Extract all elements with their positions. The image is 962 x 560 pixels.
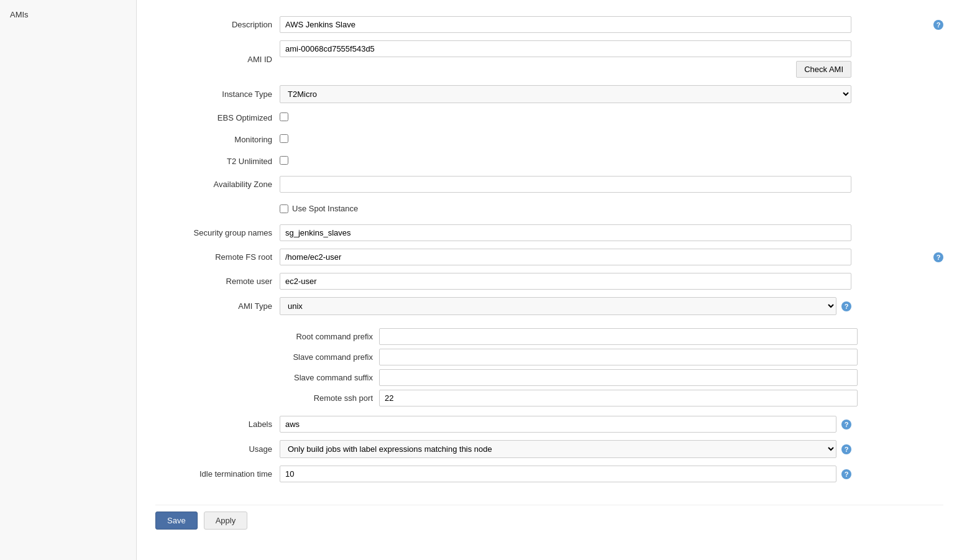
ebs-optimized-label: EBS Optimized [155, 107, 280, 129]
root-command-prefix-label: Root command prefix [280, 326, 379, 347]
remote-fs-root-help-icon[interactable]: ? [933, 252, 943, 262]
remote-fs-root-label: Remote FS root [155, 245, 280, 269]
use-spot-instance-label: Use Spot Instance [292, 204, 358, 213]
labels-input[interactable] [280, 416, 836, 433]
idle-termination-label: Idle termination time [155, 462, 280, 486]
security-group-input[interactable] [280, 224, 851, 241]
remote-ssh-port-input[interactable] [379, 390, 858, 406]
security-group-label: Security group names [155, 221, 280, 245]
monitoring-label: Monitoring [155, 129, 280, 150]
t2-unlimited-checkbox[interactable] [280, 156, 288, 165]
use-spot-label-spacer [155, 196, 280, 221]
ebs-optimized-checkbox[interactable] [280, 112, 288, 121]
availability-zone-label: Availability Zone [155, 172, 280, 196]
check-ami-button[interactable]: Check AMI [796, 61, 851, 78]
ami-id-label: AMI ID [155, 37, 280, 81]
save-button[interactable]: Save [155, 512, 198, 530]
ami-id-input[interactable] [280, 40, 851, 57]
root-command-prefix-input[interactable] [379, 328, 858, 345]
t2-unlimited-label: T2 Unlimited [155, 150, 280, 172]
footer-buttons: Save Apply [155, 505, 943, 536]
remote-user-label: Remote user [155, 269, 280, 293]
use-spot-instance-checkbox[interactable] [280, 204, 288, 213]
remote-ssh-port-label: Remote ssh port [280, 388, 379, 408]
monitoring-checkbox[interactable] [280, 134, 288, 143]
apply-button[interactable]: Apply [204, 512, 248, 530]
idle-termination-help-icon[interactable]: ? [841, 469, 851, 479]
remote-user-input[interactable] [280, 273, 851, 290]
usage-select[interactable]: Only build jobs with label expressions m… [280, 440, 836, 458]
slave-command-suffix-input[interactable] [379, 369, 858, 386]
ami-type-select[interactable]: unix windows [280, 297, 836, 315]
description-help-icon[interactable]: ? [933, 20, 943, 30]
slave-command-prefix-input[interactable] [379, 349, 858, 365]
sidebar-item-amis[interactable]: AMIs [0, 6, 136, 23]
remote-fs-root-input[interactable] [280, 249, 851, 265]
description-label: Description [155, 12, 280, 37]
labels-help-icon[interactable]: ? [841, 420, 851, 429]
availability-zone-input[interactable] [280, 176, 851, 193]
usage-help-icon[interactable]: ? [841, 444, 851, 454]
ami-type-help-icon[interactable]: ? [841, 301, 851, 311]
slave-command-suffix-label: Slave command suffix [280, 367, 379, 388]
ami-type-options-spacer [155, 319, 280, 412]
ami-type-label: AMI Type [155, 293, 280, 319]
description-input[interactable] [280, 16, 851, 33]
instance-type-label: Instance Type [155, 81, 280, 107]
labels-label: Labels [155, 412, 280, 436]
idle-termination-input[interactable] [280, 466, 836, 482]
instance-type-select[interactable]: T2Micro T2Small T2Medium T2Large M4Large [280, 85, 851, 103]
usage-label: Usage [155, 436, 280, 462]
slave-command-prefix-label: Slave command prefix [280, 347, 379, 367]
